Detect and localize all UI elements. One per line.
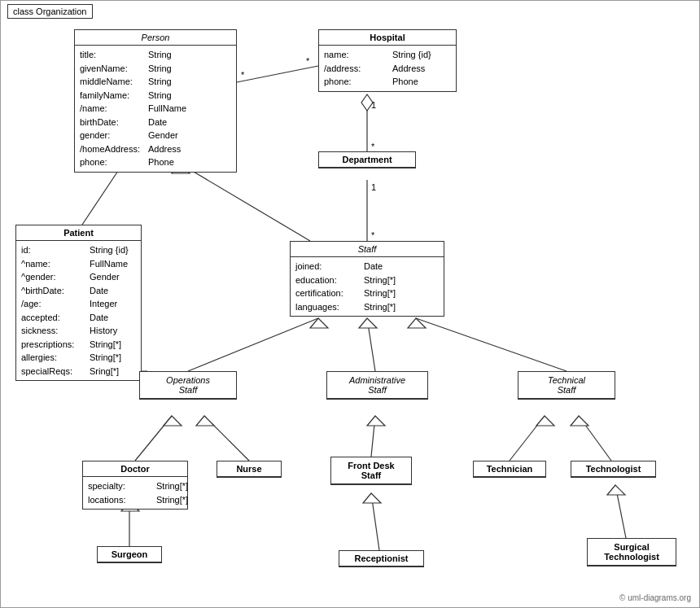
svg-line-27 (371, 416, 375, 457)
class-technical-staff-header: TechnicalStaff (518, 372, 615, 399)
svg-marker-4 (361, 94, 373, 111)
class-technical-staff: TechnicalStaff (518, 371, 615, 400)
svg-line-0 (237, 66, 318, 82)
class-person-body: title:String givenName:String middleName… (75, 46, 236, 172)
svg-line-19 (367, 318, 375, 371)
svg-line-23 (135, 416, 172, 461)
class-receptionist-header: Receptionist (339, 551, 423, 566)
copyright: © uml-diagrams.org (619, 593, 691, 602)
svg-text:1: 1 (371, 182, 376, 192)
svg-line-10 (82, 164, 123, 225)
svg-marker-32 (571, 416, 588, 426)
svg-line-21 (416, 318, 567, 371)
svg-marker-18 (310, 318, 328, 328)
class-technologist-header: Technologist (571, 461, 655, 477)
class-front-desk-staff: Front DeskStaff (330, 457, 412, 485)
svg-line-37 (615, 485, 626, 538)
class-doctor-body: specialty:String[*] locations:String[*] (83, 477, 187, 509)
class-nurse-header: Nurse (217, 461, 281, 477)
class-staff: Staff joined:Date education:String[*] ce… (290, 241, 444, 317)
class-hospital-header: Hospital (319, 30, 456, 46)
class-department-header: Department (319, 152, 415, 168)
class-patient: Patient id:String {id} ^name:FullName ^g… (15, 225, 142, 381)
class-patient-body: id:String {id} ^name:FullName ^gender:Ge… (16, 241, 141, 380)
class-technician: Technician (473, 461, 546, 478)
svg-marker-30 (536, 416, 554, 426)
svg-line-12 (180, 164, 310, 241)
class-technologist: Technologist (571, 461, 656, 478)
svg-marker-22 (408, 318, 426, 328)
svg-line-25 (204, 416, 249, 461)
svg-line-31 (579, 416, 611, 461)
svg-marker-20 (359, 318, 377, 328)
class-doctor-header: Doctor (83, 461, 187, 477)
svg-text:*: * (371, 142, 375, 151)
svg-text:*: * (241, 70, 245, 80)
svg-text:*: * (306, 56, 310, 66)
svg-marker-24 (164, 416, 182, 426)
svg-marker-38 (607, 485, 625, 495)
svg-marker-36 (363, 493, 381, 503)
svg-line-29 (510, 416, 545, 461)
class-patient-header: Patient (16, 225, 141, 241)
class-doctor: Doctor specialty:String[*] locations:Str… (82, 461, 188, 510)
class-nurse: Nurse (217, 461, 282, 478)
class-hospital-body: name:String {id} /address:Address phone:… (319, 46, 456, 91)
class-department: Department (318, 151, 416, 168)
class-surgeon-header: Surgeon (98, 547, 161, 562)
class-operations-staff: OperationsStaff (139, 371, 237, 400)
class-staff-header: Staff (291, 242, 444, 257)
svg-text:1: 1 (371, 100, 376, 110)
svg-marker-28 (367, 416, 385, 426)
class-person: Person title:String givenName:String mid… (74, 29, 237, 173)
class-hospital: Hospital name:String {id} /address:Addre… (318, 29, 457, 92)
class-administrative-staff-header: AdministrativeStaff (327, 372, 427, 399)
class-surgical-technologist-header: SurgicalTechnologist (588, 539, 676, 566)
class-surgical-technologist: SurgicalTechnologist (587, 538, 676, 566)
class-receptionist: Receptionist (339, 550, 424, 567)
diagram-container: class Organization * * 1 * 1 * * * (0, 0, 700, 608)
svg-marker-26 (196, 416, 214, 426)
diagram-title: class Organization (7, 4, 93, 19)
class-person-header: Person (75, 30, 236, 46)
svg-line-35 (371, 493, 379, 550)
svg-text:*: * (371, 230, 375, 240)
class-technician-header: Technician (474, 461, 545, 477)
class-surgeon: Surgeon (97, 546, 162, 563)
class-operations-staff-header: OperationsStaff (140, 372, 236, 399)
svg-line-17 (188, 318, 318, 371)
class-front-desk-staff-header: Front DeskStaff (331, 457, 411, 484)
class-administrative-staff: AdministrativeStaff (326, 371, 428, 400)
class-staff-body: joined:Date education:String[*] certific… (291, 257, 444, 316)
